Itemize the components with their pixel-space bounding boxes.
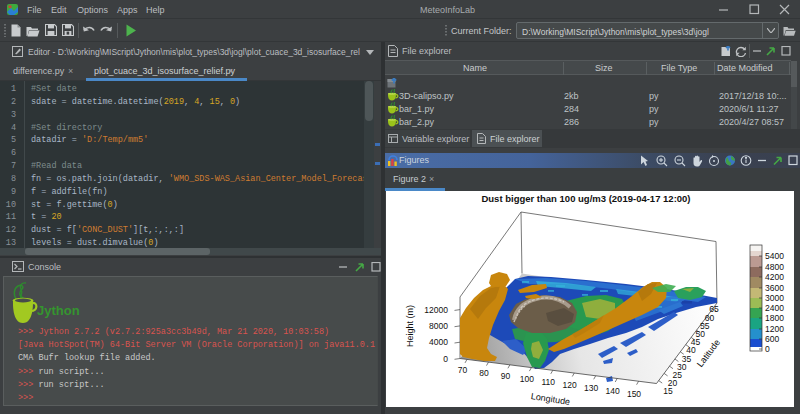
svg-text:130: 130 <box>584 383 598 393</box>
svg-text:4800: 4800 <box>765 262 784 272</box>
svg-text:140: 140 <box>606 386 620 396</box>
svg-text:80: 80 <box>479 368 489 378</box>
svg-text:1200: 1200 <box>765 324 784 334</box>
svg-text:Jython: Jython <box>37 303 80 318</box>
svg-text:1800: 1800 <box>765 313 784 323</box>
svg-text:3600: 3600 <box>765 283 784 293</box>
svg-text:110: 110 <box>542 377 556 387</box>
svg-text:2400: 2400 <box>765 303 784 313</box>
svg-text:Height (m): Height (m) <box>405 305 415 347</box>
svg-text:4000: 4000 <box>429 337 448 347</box>
svg-text:90: 90 <box>501 371 511 381</box>
svg-text:4200: 4200 <box>765 272 784 282</box>
svg-text:0: 0 <box>765 344 770 354</box>
svg-text:70: 70 <box>458 365 468 375</box>
svg-text:8000: 8000 <box>429 321 448 331</box>
svg-text:150: 150 <box>627 389 641 399</box>
svg-text:5400: 5400 <box>765 251 784 261</box>
svg-text:65: 65 <box>709 304 719 314</box>
svg-text:600: 600 <box>765 334 779 344</box>
svg-text:100: 100 <box>520 374 534 384</box>
svg-text:Dust bigger than 100 ug/m3 (20: Dust bigger than 100 ug/m3 (2019-04-17 1… <box>481 193 690 204</box>
svg-text:12000: 12000 <box>424 305 448 315</box>
svg-text:120: 120 <box>563 380 577 390</box>
svg-text:0: 0 <box>443 354 448 364</box>
svg-text:3000: 3000 <box>765 293 784 303</box>
